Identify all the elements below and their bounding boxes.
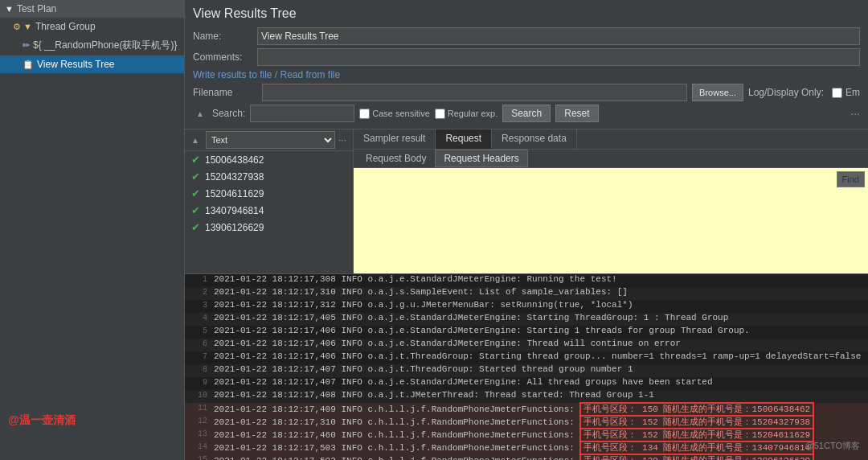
log-checkbox-area: Em — [832, 87, 860, 98]
phone-number-2: 15204327938 — [205, 171, 264, 183]
main-content: View Results Tree Name: Comments: Write … — [185, 0, 868, 460]
log-line-num: 10 — [188, 390, 207, 400]
panel-dots-icon[interactable]: ··· — [338, 134, 350, 146]
log-line-num: 7 — [188, 351, 207, 361]
log-row-highlight: 11 2021-01-22 18:12:17,409 INFO c.h.l.l.… — [185, 403, 868, 416]
log-row: 9 2021-01-22 18:12:17,407 INFO o.a.j.e.S… — [185, 377, 868, 390]
check-icon-3: ✔ — [191, 187, 200, 199]
result-panel: Sampler result Request Response data Req… — [354, 129, 868, 273]
browse-button[interactable]: Browse... — [692, 84, 743, 101]
log-text: 2021-01-22 18:12:17,503 INFO c.h.l.l.j.f… — [214, 442, 814, 454]
tab-sampler-result[interactable]: Sampler result — [354, 129, 436, 149]
list-item[interactable]: ✔ 15006438462 — [185, 151, 353, 168]
log-row: 8 2021-01-22 18:12:17,407 INFO o.a.j.t.T… — [185, 364, 868, 377]
log-row: 5 2021-01-22 18:12:17,406 INFO o.a.j.e.S… — [185, 326, 868, 339]
tab-request[interactable]: Request — [436, 129, 492, 149]
list-arrow[interactable]: ▲ — [188, 135, 203, 146]
name-row: Name: — [193, 27, 860, 45]
log-text: 2021-01-22 18:12:17,405 INFO o.a.j.e.Sta… — [214, 313, 728, 322]
check-icon-1: ✔ — [191, 154, 200, 166]
log-line-num: 13 — [188, 429, 207, 438]
log-line-num: 9 — [188, 377, 207, 387]
listener-icon: 📋 — [23, 60, 34, 70]
check-icon-4: ✔ — [191, 204, 200, 216]
log-text: 2021-01-22 18:12:17,408 INFO o.a.j.t.JMe… — [214, 390, 654, 400]
log-text: 2021-01-22 18:12:17,406 INFO o.a.j.e.Sta… — [214, 326, 750, 335]
regular-exp-checkbox[interactable] — [435, 109, 445, 119]
log-line-num: 3 — [188, 300, 207, 310]
regular-exp-label[interactable]: Regular exp. — [435, 109, 497, 119]
log-line-num: 15 — [188, 454, 207, 460]
comments-input[interactable] — [257, 48, 860, 66]
log-text: 2021-01-22 18:12:17,310 INFO o.a.j.s.Sam… — [214, 287, 628, 297]
list-item[interactable]: ✔ 15204611629 — [185, 185, 353, 202]
more-options-icon[interactable]: ··· — [850, 107, 860, 120]
top-panel: View Results Tree Name: Comments: Write … — [185, 0, 868, 129]
thread-icon: ⚙ ▼ — [13, 22, 32, 32]
log-line-num: 12 — [188, 416, 207, 425]
log-text: 2021-01-22 18:12:17,409 INFO c.h.l.l.j.f… — [214, 403, 814, 415]
comments-label: Comments: — [193, 51, 257, 63]
log-text: 2021-01-22 18:12:17,406 INFO o.a.j.e.Sta… — [214, 339, 681, 348]
phone-number-1: 15006438462 — [205, 154, 264, 166]
watermark-left: @温一壶清酒 — [8, 413, 76, 428]
log-row: 3 2021-01-22 18:12:17,312 INFO o.a.j.g.u… — [185, 300, 868, 313]
tab-bar: Sampler result Request Response data — [354, 129, 868, 150]
sidebar-item-listener[interactable]: 📋 View Results Tree — [0, 55, 184, 73]
tab-response-data[interactable]: Response data — [492, 129, 577, 149]
reset-button[interactable]: Reset — [555, 105, 598, 122]
check-icon-5: ✔ — [191, 221, 200, 233]
log-text: 2021-01-22 18:12:17,312 INFO o.a.j.g.u.J… — [214, 300, 633, 310]
name-input[interactable] — [257, 27, 860, 45]
sidebar-item-sampler[interactable]: ✏ ${ __RandomPhone(获取手机号)} — [0, 35, 184, 55]
log-row-highlight: 15 2021-01-22 18:12:17,503 INFO c.h.l.l.… — [185, 454, 868, 460]
result-content: Find — [354, 168, 868, 273]
log-line-num: 14 — [188, 442, 207, 451]
log-line-num: 4 — [188, 313, 207, 322]
write-results-text[interactable]: Write results to file / Read from file — [193, 69, 860, 80]
log-line-num: 1 — [188, 274, 207, 284]
sub-tab-request-body[interactable]: Request Body — [357, 150, 435, 167]
log-text: 2021-01-22 18:12:17,308 INFO o.a.j.e.Sta… — [214, 274, 617, 284]
phone-list: ✔ 15006438462 ✔ 15204327938 ✔ 1520461162… — [185, 151, 353, 273]
log-text: 2021-01-22 18:12:17,460 INFO c.h.l.l.j.f… — [214, 429, 814, 441]
phone-number-3: 15204611629 — [205, 188, 264, 199]
log-row: 6 2021-01-22 18:12:17,406 INFO o.a.j.e.S… — [185, 339, 868, 351]
search-row: ▲ Search: Case sensitive Regular exp. Se… — [193, 105, 860, 122]
search-input[interactable] — [250, 105, 354, 122]
find-button[interactable]: Find — [837, 171, 865, 187]
sidebar-item-threadgroup[interactable]: ⚙ ▼ Thread Group — [0, 18, 184, 35]
name-label: Name: — [193, 31, 257, 42]
filename-input[interactable] — [262, 84, 687, 101]
log-text: 2021-01-22 18:12:17,407 INFO o.a.j.e.Sta… — [214, 377, 713, 387]
sidebar-item-label: View Results Tree — [37, 59, 115, 70]
list-item[interactable]: ✔ 13407946814 — [185, 202, 353, 219]
case-sensitive-label[interactable]: Case sensitive — [359, 109, 430, 119]
check-icon-2: ✔ — [191, 170, 200, 183]
sidebar-item-label: Test Plan — [17, 3, 56, 14]
text-select[interactable]: Text RegExp Tester CSS/JQuery Tester JSO… — [206, 131, 335, 149]
list-panel: ▲ Text RegExp Tester CSS/JQuery Tester J… — [185, 129, 354, 273]
log-text: 2021-01-22 18:12:17,407 INFO o.a.j.t.Thr… — [214, 364, 633, 374]
list-item[interactable]: ✔ 15204327938 — [185, 168, 353, 185]
sidebar: ▼ Test Plan ⚙ ▼ Thread Group ✏ ${ __Rand… — [0, 0, 185, 460]
sub-tab-bar: Request Body Request Headers — [354, 150, 868, 168]
log-text: 2021-01-22 18:12:17,406 INFO o.a.j.t.Thr… — [214, 351, 861, 361]
list-item[interactable]: ✔ 13906126629 — [185, 219, 353, 236]
log-checkbox[interactable] — [832, 88, 842, 98]
case-sensitive-checkbox[interactable] — [359, 109, 370, 119]
split-panel: ▲ Text RegExp Tester CSS/JQuery Tester J… — [185, 129, 868, 274]
sub-tab-request-headers[interactable]: Request Headers — [435, 150, 527, 167]
collapse-arrow[interactable]: ▲ — [193, 109, 207, 119]
filename-label: Filename — [193, 87, 257, 98]
testplan-icon: ▼ — [5, 4, 14, 14]
search-button[interactable]: Search — [502, 105, 551, 122]
log-text: 2021-01-22 18:12:17,503 INFO c.h.l.l.j.f… — [214, 454, 814, 460]
log-row-highlight: 12 2021-01-22 18:12:17,310 INFO c.h.l.l.… — [185, 416, 868, 429]
phone-number-4: 13407946814 — [205, 205, 264, 216]
log-row: 1 2021-01-22 18:12:17,308 INFO o.a.j.e.S… — [185, 274, 868, 287]
log-line-num: 8 — [188, 364, 207, 374]
watermark-right: @51CTO博客 — [805, 440, 860, 452]
sidebar-item-testplan[interactable]: ▼ Test Plan — [0, 0, 184, 18]
log-row: 2 2021-01-22 18:12:17,310 INFO o.a.j.s.S… — [185, 287, 868, 300]
